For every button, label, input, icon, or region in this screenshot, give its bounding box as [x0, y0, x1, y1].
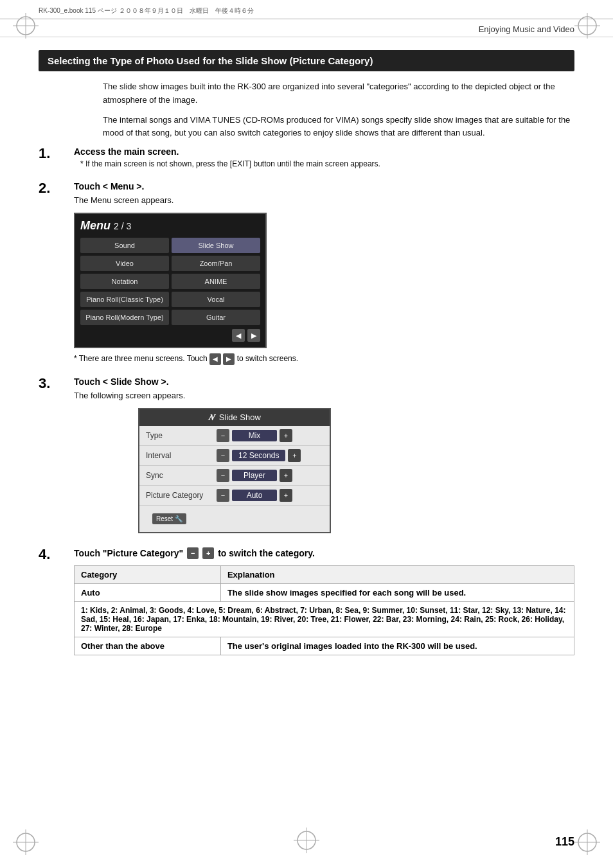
main-content: Selecting the Type of Photo Used for the…: [0, 37, 613, 690]
step-4-number: 4.: [39, 547, 74, 655]
note-nav-next: ▶: [223, 353, 235, 365]
step-3-content: Touch < Slide Show >. The following scre…: [74, 376, 574, 538]
slideshow-row-interval: Interval − 12 Seconds +: [139, 446, 330, 466]
col-header-explanation: Explanation: [220, 565, 574, 583]
corner-mark-tl: [13, 13, 39, 39]
step-4-title-suffix: to switch the category.: [218, 548, 315, 558]
step-4: 4. Touch "Picture Category" − + to switc…: [39, 547, 574, 655]
type-minus-btn[interactable]: −: [217, 429, 229, 442]
step-3: 3. Touch < Slide Show >. The following s…: [39, 376, 574, 538]
table-row-numbered: 1: Kids, 2: Animal, 3: Goods, 4: Love, 5…: [75, 601, 574, 637]
sync-plus-btn[interactable]: +: [280, 469, 292, 482]
step-4-title-area: Touch "Picture Category" − + to switch t…: [74, 547, 574, 559]
page-title: Enjoying Music and Video: [479, 24, 574, 34]
table-header-row: Category Explanation: [75, 565, 574, 583]
category-table: Category Explanation Auto The slide show…: [74, 565, 574, 655]
row-controls-interval: − 12 Seconds +: [217, 449, 301, 462]
col-header-category: Category: [75, 565, 221, 583]
page-number: 115: [555, 835, 574, 849]
step-2-number: 2.: [39, 181, 74, 368]
step-1-note: If the main screen is not shown, press t…: [80, 159, 574, 168]
step-1-number: 1.: [39, 146, 74, 172]
step-1-title: Access the main screen.: [74, 146, 574, 157]
intro-para-1: The slide show images built into the RK-…: [103, 80, 574, 107]
header: RK-300_e.book 115 ページ ２００８年９月１０日 水曜日 午後４…: [0, 0, 613, 19]
row-auto-category: Auto: [75, 583, 221, 601]
row-label-sync: Sync: [146, 471, 217, 480]
step-3-title: Touch < Slide Show >.: [74, 376, 574, 387]
step-2: 2. Touch < Menu >. The Menu screen appea…: [39, 181, 574, 368]
piccat-minus-btn[interactable]: −: [217, 489, 229, 502]
step-4-title: Touch "Picture Category": [74, 548, 183, 558]
menu-item-sound[interactable]: Sound: [80, 238, 169, 253]
row-auto-explanation: The slide show images specified for each…: [220, 583, 574, 601]
nav-prev-btn[interactable]: ◀: [232, 329, 245, 342]
step-4-plus-icon: +: [202, 547, 214, 559]
table-row-other: Other than the above The user's original…: [75, 637, 574, 655]
step-3-number: 3.: [39, 376, 74, 538]
row-controls-sync: − Player +: [217, 469, 292, 482]
slideshow-screen-title: Slide Show: [219, 412, 261, 422]
row-label-type: Type: [146, 431, 217, 440]
row-label-piccat: Picture Category: [146, 491, 217, 500]
interval-minus-btn[interactable]: −: [217, 449, 229, 462]
menu-item-pianoroll-classic[interactable]: Piano Roll(Classic Type): [80, 292, 169, 307]
type-plus-btn[interactable]: +: [280, 429, 292, 442]
row-label-interval: Interval: [146, 451, 217, 460]
step-1-content: Access the main screen. If the main scre…: [74, 146, 574, 172]
step-1: 1. Access the main screen. If the main s…: [39, 146, 574, 172]
piccat-plus-btn[interactable]: +: [280, 489, 292, 502]
row-other-explanation: The user's original images loaded into t…: [220, 637, 574, 655]
sync-minus-btn[interactable]: −: [217, 469, 229, 482]
menu-item-notation[interactable]: Notation: [80, 274, 169, 289]
step-2-title: Touch < Menu >.: [74, 181, 574, 191]
intro-para-2: The internal songs and VIMA TUNES (CD-RO…: [103, 114, 574, 141]
interval-value: 12 Seconds: [232, 450, 285, 461]
menu-nav: ◀ ▶: [80, 329, 260, 342]
menu-item-guitar[interactable]: Guitar: [172, 310, 260, 325]
page-title-area: Enjoying Music and Video: [0, 19, 613, 37]
header-meta: RK-300_e.book 115 ページ ２００８年９月１０日 水曜日 午後４…: [39, 6, 254, 15]
slideshow-row-type: Type − Mix +: [139, 426, 330, 446]
step-2-content: Touch < Menu >. The Menu screen appears.…: [74, 181, 574, 368]
slideshow-row-piccat: Picture Category − Auto +: [139, 486, 330, 506]
menu-screen-title: Menu 2 / 3: [80, 219, 260, 233]
row-controls-piccat: − Auto +: [217, 489, 292, 502]
menu-item-anime[interactable]: ANIME: [172, 274, 260, 289]
corner-mark-tr: [574, 13, 600, 39]
corner-mark-bl: [13, 829, 39, 855]
menu-item-video[interactable]: Video: [80, 256, 169, 271]
step-4-minus-icon: −: [187, 547, 199, 559]
slideshow-screen-mockup: 𝑁 Slide Show Type − Mix + Interval: [138, 408, 331, 533]
corner-mark-br: [574, 829, 600, 855]
nav-next-btn[interactable]: ▶: [247, 329, 260, 342]
type-value: Mix: [232, 430, 277, 441]
reset-button[interactable]: Reset 🔧: [152, 513, 186, 524]
row-controls-type: − Mix +: [217, 429, 292, 442]
section-heading: Selecting the Type of Photo Used for the…: [39, 50, 574, 71]
step-3-subtext: The following screen appears.: [74, 389, 574, 403]
slideshow-screen-header: 𝑁 Slide Show: [139, 409, 330, 426]
menu-item-vocal[interactable]: Vocal: [172, 292, 260, 307]
sync-value: Player: [232, 470, 277, 481]
row-other-category: Other than the above: [75, 637, 221, 655]
step-4-content: Touch "Picture Category" − + to switch t…: [74, 547, 574, 655]
note-nav-prev: ◀: [209, 353, 221, 365]
interval-plus-btn[interactable]: +: [288, 449, 301, 462]
row-numbered-text: 1: Kids, 2: Animal, 3: Goods, 4: Love, 5…: [75, 601, 574, 637]
menu-item-zoom[interactable]: Zoom/Pan: [172, 256, 260, 271]
table-row-auto: Auto The slide show images specified for…: [75, 583, 574, 601]
menu-grid: Sound Slide Show Video Zoom/Pan Notation…: [80, 238, 260, 325]
menu-item-slideshow[interactable]: Slide Show: [172, 238, 260, 253]
step-2-subtext: The Menu screen appears.: [74, 194, 574, 208]
menu-screen-mockup: Menu 2 / 3 Sound Slide Show Video Zoom/P…: [74, 213, 267, 348]
ss-logo: 𝑁: [208, 412, 214, 423]
piccat-value: Auto: [232, 490, 277, 501]
step-2-screennote: * There are three menu screens. Touch ◀ …: [74, 353, 574, 365]
menu-item-pianoroll-modern[interactable]: Piano Roll(Modern Type): [80, 310, 169, 325]
slideshow-row-sync: Sync − Player +: [139, 466, 330, 486]
center-bottom-mark: [294, 828, 319, 855]
